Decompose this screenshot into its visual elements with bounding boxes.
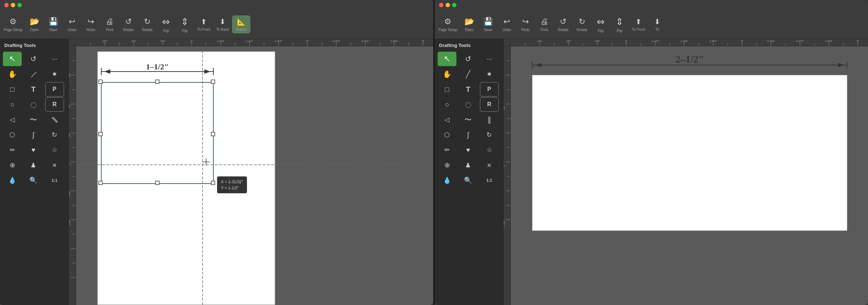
tool-circle-2[interactable]: ○ — [438, 97, 456, 112]
tool-pan-2[interactable]: ✋ — [438, 67, 456, 81]
tool-lasso-2[interactable]: ◌ — [459, 97, 477, 112]
tool-dotted-2[interactable]: ⋯ — [480, 52, 499, 66]
tool-crosshair[interactable]: ⊕ — [3, 158, 22, 172]
tool-select-2[interactable]: ↖ — [438, 52, 456, 66]
tool-zoom-2[interactable]: 🔍 — [459, 173, 477, 188]
tool-stamp-2[interactable]: P — [480, 82, 499, 96]
toolbar-page-setup-1[interactable]: ⚙ Page Setup — [1, 16, 25, 33]
tool-line-2[interactable]: ╱ — [459, 67, 477, 81]
tools-grid-1: ↖ ↺ ⋯ ✋ — ✱ □ T P ○ ◌ R ◁ 〜 ∥ ⬡ ∫ ↻ ✏ ♥ — [0, 50, 68, 189]
tool-dropper-2[interactable]: 💧 — [438, 173, 456, 188]
tool-dotted-select[interactable]: ⋯ — [45, 52, 64, 66]
toolbar-rulers-1[interactable]: 📐 Rulers — [232, 16, 250, 33]
tool-heart-2[interactable]: ♥ — [459, 143, 477, 157]
tool-dropper[interactable]: 💧 — [3, 173, 22, 188]
toolbar-flip-v-1[interactable]: ⇕ Flip — [176, 15, 194, 34]
toolbar-redo-1[interactable]: ↪ Redo — [82, 16, 100, 33]
toolbar-flip-v-2[interactable]: ⇕ Flip — [610, 15, 629, 34]
minimize-button-1[interactable] — [11, 3, 15, 7]
rotate-left-icon-2: ↺ — [560, 17, 566, 26]
drawing-surface-2[interactable]: 2–1/2" — [511, 46, 868, 305]
toolbar-rotate-l-2[interactable]: ↺ Rotate — [554, 16, 572, 33]
toolbar-rotate-r-1[interactable]: ↻ Rotate — [138, 16, 156, 33]
svg-text:1–1/2": 1–1/2" — [146, 62, 169, 71]
tool-figure-2[interactable]: ♟ — [459, 158, 477, 172]
tool-spline-2[interactable]: ∫ — [459, 128, 477, 142]
toolbar-print-2[interactable]: 🖨 Print — [535, 16, 553, 33]
tool-scale[interactable]: 1:1 — [45, 173, 64, 188]
tool-polyline-2[interactable]: ◁ — [438, 112, 456, 127]
tool-scale-2[interactable]: 1:1 — [480, 173, 499, 188]
flip-h-icon-2: ⇔ — [597, 16, 605, 27]
tool-snap[interactable]: ✱ — [45, 67, 64, 81]
tool-zoom[interactable]: 🔍 — [24, 173, 43, 188]
tool-polygon[interactable]: ⬡ — [3, 128, 22, 142]
toolbar-to-front-2[interactable]: ⬆ To Front — [629, 16, 647, 33]
close-button-1[interactable] — [4, 3, 9, 7]
ruler-corner-2 — [503, 39, 511, 46]
tool-figure[interactable]: ♟ — [24, 158, 43, 172]
toolbar-rotate-l-1[interactable]: ↺ Rotate — [119, 16, 137, 33]
tool-polyline[interactable]: ◁ — [3, 112, 22, 127]
tool-hatch-2[interactable]: ∥ — [480, 112, 499, 127]
tool-wave[interactable]: 〜 — [24, 112, 43, 127]
tool-stamp[interactable]: P — [45, 82, 64, 96]
maximize-button-1[interactable] — [17, 3, 22, 7]
toolbar-undo-2[interactable]: ↩ Undo — [498, 16, 516, 33]
tool-pan[interactable]: ✋ — [3, 67, 22, 81]
canvas-area-2[interactable]: 1/4" 1/2" 3/4" 1" 1-1/4" 1-1/2" 1-3/4" — [503, 39, 868, 305]
svg-text:1": 1" — [69, 162, 71, 165]
svg-text:1": 1" — [625, 39, 627, 43]
maximize-button-2[interactable] — [452, 3, 456, 7]
tool-rotate-2[interactable]: ↺ — [459, 52, 477, 66]
svg-text:2": 2" — [306, 39, 309, 43]
toolbar-redo-2[interactable]: ↪ Redo — [516, 16, 535, 33]
tool-crosshair-2[interactable]: ⊕ — [438, 158, 456, 172]
toolbar-print-1[interactable]: 🖨 Print — [101, 16, 119, 33]
tool-xmark[interactable]: ✕ — [45, 158, 64, 172]
drawing-surface-1[interactable]: 1–1/2" X = 1-31/32" Y = 1-1/2" — [76, 46, 433, 305]
tool-lasso[interactable]: ◌ — [24, 97, 43, 112]
svg-text:1-1/2": 1-1/2" — [69, 219, 71, 226]
svg-text:1-1/2": 1-1/2" — [503, 220, 505, 227]
tool-heart[interactable]: ♥ — [24, 143, 43, 157]
svg-marker-140 — [838, 63, 844, 67]
toolbar-to-front-1[interactable]: ⬆ To Front — [195, 16, 213, 33]
tool-snap-2[interactable]: ✱ — [480, 67, 499, 81]
tool-text[interactable]: T — [24, 82, 43, 96]
svg-text:1/2": 1/2" — [69, 103, 71, 108]
toolbar-open-2[interactable]: 📂 Open — [460, 16, 478, 33]
toolbar-flip-h-2[interactable]: ⇔ Flip — [592, 15, 610, 34]
toolbar-flip-h-1[interactable]: ⇔ Flip — [157, 15, 175, 34]
toolbar-rotate-r-2[interactable]: ↻ Rotate — [573, 16, 591, 33]
tool-circle[interactable]: ○ — [3, 97, 22, 112]
ruler-corner-1 — [69, 39, 76, 46]
toolbar-open-1[interactable]: 📂 Open — [25, 16, 43, 33]
tool-pencil[interactable]: ✏ — [3, 143, 22, 157]
tool-rect[interactable]: □ — [3, 82, 22, 96]
minimize-button-2[interactable] — [446, 3, 450, 7]
sidebar-1: Drafting Tools ↖ ↺ ⋯ ✋ — ✱ □ T P ○ ◌ R ◁… — [0, 39, 69, 305]
svg-text:2-1/4": 2-1/4" — [767, 39, 775, 43]
tool-star-2[interactable]: ☆ — [480, 143, 499, 157]
close-button-2[interactable] — [439, 3, 443, 7]
tool-label-r-2[interactable]: R — [480, 97, 499, 112]
tool-rect-2[interactable]: □ — [438, 82, 456, 96]
tool-star[interactable]: ☆ — [45, 143, 64, 157]
canvas-area-1[interactable]: 1/4" 1/2" 3/4" 1" 1-1/4" — [69, 39, 433, 305]
tool-rotate3-2[interactable]: ↻ — [480, 128, 499, 142]
tool-xmark-2[interactable]: ✕ — [480, 158, 499, 172]
toolbar-to-back-2[interactable]: ⬇ To — [648, 16, 666, 33]
tool-polygon-2[interactable]: ⬡ — [438, 128, 456, 142]
tool-select[interactable]: ↖ — [3, 52, 22, 66]
toolbar-save-1[interactable]: 💾 Save — [44, 16, 62, 33]
toolbar-to-back-1[interactable]: ⬇ To Back — [213, 16, 231, 33]
tool-text-2[interactable]: T — [459, 82, 477, 96]
tool-pencil-2[interactable]: ✏ — [438, 143, 456, 157]
toolbar-undo-1[interactable]: ↩ Undo — [63, 16, 81, 33]
tool-wave-2[interactable]: 〜 — [459, 112, 477, 127]
redo-icon: ↪ — [88, 17, 94, 26]
toolbar-save-2[interactable]: 💾 Save — [479, 16, 497, 33]
toolbar-page-setup-2[interactable]: ⚙ Page Setup — [436, 16, 459, 33]
tool-spline[interactable]: ∫ — [24, 128, 43, 142]
